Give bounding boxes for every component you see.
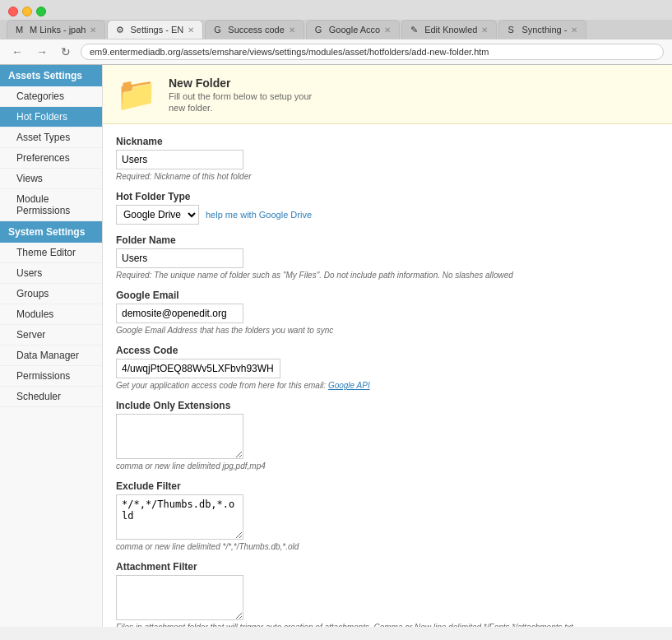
tab-close-icon[interactable]: ✕ — [571, 26, 577, 35]
tab-title: Edit Knowled — [424, 25, 477, 35]
sidebar-item-groups[interactable]: Groups — [0, 284, 102, 304]
nickname-input[interactable] — [116, 150, 243, 169]
tab-favicon: ✎ — [410, 25, 420, 35]
sidebar-item-hot-folders[interactable]: Hot Folders — [0, 107, 102, 128]
hot-folder-type-row: Google Drive Local Folder S3 Bucket help… — [116, 205, 659, 225]
sidebar-item-module-permissions[interactable]: Module Permissions — [0, 189, 102, 221]
page-subtitle: Fill out the form below to setup your — [169, 91, 312, 101]
page-subtitle2: new folder. — [169, 103, 312, 113]
exclude-filter-label: Exclude Filter — [116, 480, 659, 492]
exclude-filter-group: Exclude Filter */*,*/Thumbs.db,*.old com… — [116, 480, 659, 551]
sidebar: Assets Settings Categories Hot Folders A… — [0, 65, 103, 627]
page-header-text: New Folder Fill out the form below to se… — [169, 77, 312, 113]
tab-title: Success code — [228, 25, 284, 35]
nickname-label: Nickname — [116, 136, 659, 147]
tab-favicon: G — [315, 25, 325, 35]
forward-button[interactable]: → — [33, 44, 51, 60]
tab-close-icon[interactable]: ✕ — [188, 26, 194, 35]
browser-chrome: M M Links - jpah ✕⚙ Settings - EN ✕G Suc… — [0, 0, 672, 65]
tab-title: Settings - EN — [130, 25, 183, 35]
tab-favicon: G — [214, 25, 224, 35]
tab-close-icon[interactable]: ✕ — [384, 26, 391, 35]
hot-folder-type-help[interactable]: help me with Google Drive — [206, 210, 312, 220]
attachment-filter-label: Attachment Filter — [116, 561, 659, 573]
sidebar-item-scheduler[interactable]: Scheduler — [0, 387, 102, 407]
folder-name-group: Folder Name Required: The unique name of… — [116, 234, 659, 280]
access-code-input[interactable] — [116, 359, 280, 378]
attachment-filter-textarea[interactable] — [116, 575, 243, 620]
hot-folder-type-label: Hot Folder Type — [116, 191, 659, 202]
sidebar-item-modules[interactable]: Modules — [0, 304, 102, 325]
sidebar-item-views[interactable]: Views — [0, 169, 102, 189]
close-button[interactable] — [8, 7, 18, 16]
hot-folder-type-group: Hot Folder Type Google Drive Local Folde… — [116, 191, 659, 225]
tab-favicon: ⚙ — [116, 25, 126, 35]
sidebar-item-asset-types[interactable]: Asset Types — [0, 128, 102, 148]
sidebar-item-server[interactable]: Server — [0, 325, 102, 346]
app-container: Assets Settings Categories Hot Folders A… — [0, 65, 672, 627]
folder-name-help: Required: The unique name of folder such… — [116, 271, 659, 280]
tab-tab3[interactable]: G Success code ✕ — [205, 20, 304, 39]
folder-name-label: Folder Name — [116, 234, 659, 246]
tab-tab5[interactable]: ✎ Edit Knowled ✕ — [401, 20, 497, 39]
hot-folder-type-select[interactable]: Google Drive Local Folder S3 Bucket — [116, 205, 199, 225]
maximize-button[interactable] — [36, 7, 46, 16]
tab-tab6[interactable]: S Syncthing - ✕ — [498, 20, 586, 39]
page-title: New Folder — [169, 77, 312, 90]
tab-title: M Links - jpah — [30, 25, 86, 35]
address-bar: ← → ↻ — [0, 39, 672, 64]
main-content: 📁 New Folder Fill out the form below to … — [103, 65, 672, 627]
tab-bar: M M Links - jpah ✕⚙ Settings - EN ✕G Suc… — [0, 20, 672, 39]
traffic-lights — [0, 0, 672, 20]
google-email-group: Google Email Google Email Address that h… — [116, 290, 659, 335]
include-extensions-textarea[interactable] — [116, 414, 243, 459]
tab-tab2[interactable]: ⚙ Settings - EN ✕ — [107, 20, 203, 39]
folder-name-input[interactable] — [116, 248, 243, 268]
tab-title: Google Acco — [329, 25, 380, 35]
include-extensions-group: Include Only Extensions comma or new lin… — [116, 400, 659, 471]
nickname-group: Nickname Required: Nickname of this hot … — [116, 136, 659, 181]
minimize-button[interactable] — [22, 7, 32, 16]
access-code-label: Access Code — [116, 345, 659, 356]
exclude-filter-textarea[interactable]: */*,*/Thumbs.db,*.old — [116, 494, 243, 540]
sidebar-item-categories[interactable]: Categories — [0, 86, 102, 107]
sidebar-item-permissions[interactable]: Permissions — [0, 366, 102, 387]
google-api-link[interactable]: Google API — [328, 381, 370, 390]
back-button[interactable]: ← — [8, 44, 26, 60]
tab-close-icon[interactable]: ✕ — [90, 26, 96, 35]
attachment-filter-help: Files in attachment folder that will tri… — [116, 623, 659, 627]
tab-close-icon[interactable]: ✕ — [481, 26, 488, 35]
assets-settings-header: Assets Settings — [0, 65, 102, 86]
system-settings-header: System Settings — [0, 221, 102, 243]
page-header: 📁 New Folder Fill out the form below to … — [103, 65, 672, 124]
url-input[interactable] — [81, 44, 664, 60]
folder-icon: 📁 — [116, 75, 157, 114]
nickname-help: Required: Nickname of this hot folder — [116, 172, 659, 181]
form-container: Nickname Required: Nickname of this hot … — [103, 124, 672, 627]
include-extensions-label: Include Only Extensions — [116, 400, 659, 411]
access-code-help: Get your application access code from he… — [116, 381, 659, 390]
tab-favicon: S — [507, 25, 517, 35]
sidebar-item-preferences[interactable]: Preferences — [0, 148, 102, 169]
sidebar-item-data-manager[interactable]: Data Manager — [0, 346, 102, 366]
google-email-input[interactable] — [116, 304, 243, 323]
tab-close-icon[interactable]: ✕ — [289, 26, 295, 35]
exclude-filter-help: comma or new line delimited */*,*/Thumbs… — [116, 542, 659, 551]
access-code-group: Access Code Get your application access … — [116, 345, 659, 390]
google-email-label: Google Email — [116, 290, 659, 301]
tab-tab4[interactable]: G Google Acco ✕ — [306, 20, 400, 39]
sidebar-item-theme-editor[interactable]: Theme Editor — [0, 243, 102, 263]
tab-title: Syncthing - — [521, 25, 567, 35]
tab-tab1[interactable]: M M Links - jpah ✕ — [7, 20, 105, 39]
sidebar-item-users[interactable]: Users — [0, 263, 102, 284]
include-extensions-help: comma or new line delimited jpg,pdf,mp4 — [116, 461, 659, 471]
tab-favicon: M — [16, 25, 25, 35]
google-email-help: Google Email Address that has the folder… — [116, 326, 659, 335]
attachment-filter-group: Attachment Filter Files in attachment fo… — [116, 561, 659, 627]
reload-button[interactable]: ↻ — [58, 44, 74, 60]
